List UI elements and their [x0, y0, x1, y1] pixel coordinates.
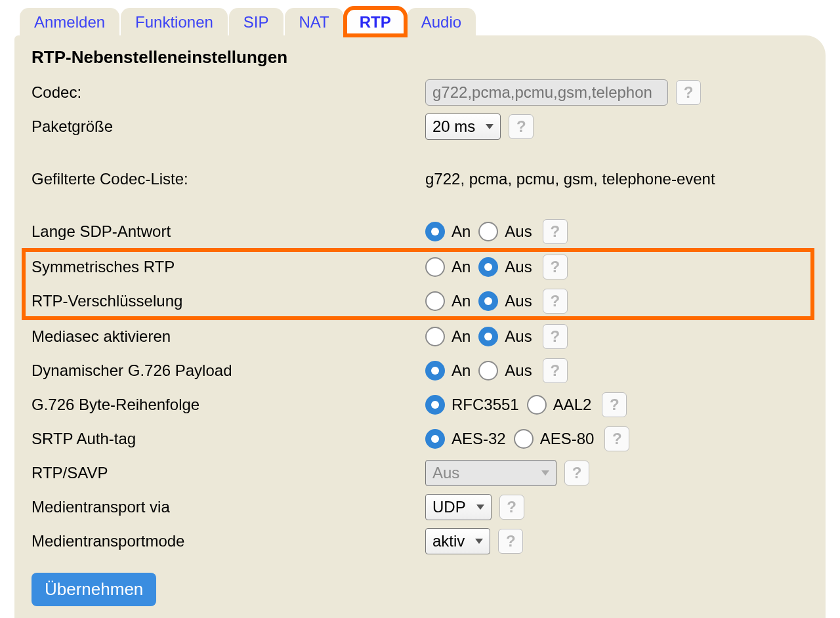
tab-label: Funktionen [135, 13, 213, 31]
radio-dot-icon [425, 222, 445, 241]
radio-label: Aus [505, 292, 532, 310]
row-mediasec: Mediasec aktivieren An Aus ? [32, 319, 808, 354]
row-sym-rtp: Symmetrisches RTP An Aus ? [32, 250, 808, 284]
tab-bar: Anmelden Funktionen SIP NAT RTP Audio [14, 8, 826, 35]
radio-label: Aus [505, 258, 532, 276]
label-codec: Codec: [32, 83, 425, 102]
radio-label: AES-32 [452, 430, 506, 448]
tab-label: SIP [243, 13, 269, 31]
chevron-down-icon [486, 124, 494, 129]
help-icon[interactable]: ? [499, 495, 524, 520]
radio-dot-icon [478, 327, 498, 346]
radio-dot-icon [478, 257, 498, 277]
tab-audio[interactable]: Audio [407, 8, 476, 35]
label-dyn-g726: Dynamischer G.726 Payload [32, 361, 425, 380]
radio-dot-icon [478, 361, 498, 381]
submit-button[interactable]: Übernehmen [32, 573, 156, 606]
tab-funktionen[interactable]: Funktionen [121, 8, 228, 35]
row-filtered-codecs: Gefilterte Codec-Liste: g722, pcma, pcmu… [32, 162, 808, 196]
label-filtered-codecs: Gefilterte Codec-Liste: [32, 170, 425, 188]
radio-label: AES-80 [540, 430, 595, 448]
long-sdp-radio-an[interactable]: An [425, 222, 471, 241]
row-codec: Codec: ? [32, 75, 808, 110]
g726-order-radio-rfc[interactable]: RFC3551 [425, 395, 519, 415]
label-media-transport-mode: Medientransportmode [32, 532, 425, 550]
help-icon[interactable]: ? [602, 392, 627, 417]
mediasec-radio-aus[interactable]: Aus [478, 327, 532, 346]
rtp-savp-select[interactable]: Aus [425, 460, 556, 486]
tab-label: Audio [421, 13, 461, 31]
tab-rtp[interactable]: RTP [345, 8, 406, 35]
radio-dot-icon [425, 257, 445, 277]
long-sdp-radio-aus[interactable]: Aus [478, 222, 532, 241]
row-g726-order: G.726 Byte-Reihenfolge RFC3551 AAL2 ? [32, 388, 808, 422]
codec-input[interactable] [425, 79, 668, 106]
packet-size-select[interactable]: 20 ms [425, 113, 501, 140]
help-icon[interactable]: ? [564, 461, 589, 485]
label-srtp-auth: SRTP Auth-tag [32, 430, 425, 448]
label-media-transport: Medientransport via [32, 498, 425, 516]
label-long-sdp: Lange SDP-Antwort [32, 222, 425, 241]
help-icon[interactable]: ? [543, 358, 568, 383]
radio-label: RFC3551 [452, 396, 519, 414]
dyn-g726-radio-an[interactable]: An [425, 361, 471, 381]
row-rtp-enc: RTP-Verschlüsselung An Aus ? [32, 284, 808, 318]
tab-nat[interactable]: NAT [285, 8, 344, 35]
chevron-down-icon [541, 470, 549, 476]
label-mediasec: Mediasec aktivieren [32, 327, 425, 346]
radio-label: An [452, 292, 471, 310]
radio-label: Aus [505, 361, 532, 380]
row-media-transport: Medientransport via UDP ? [32, 490, 808, 524]
filtered-codecs-value: g722, pcma, pcmu, gsm, telephone-event [425, 170, 715, 188]
radio-dot-icon [425, 361, 445, 381]
g726-order-radio-aal2[interactable]: AAL2 [527, 395, 592, 415]
help-icon[interactable]: ? [543, 289, 568, 314]
sym-rtp-radio-aus[interactable]: Aus [478, 257, 532, 277]
row-dyn-g726: Dynamischer G.726 Payload An Aus ? [32, 354, 808, 388]
radio-dot-icon [478, 291, 498, 311]
label-g726-order: G.726 Byte-Reihenfolge [32, 396, 425, 414]
media-transport-mode-select[interactable]: aktiv [425, 528, 490, 554]
rtp-enc-radio-an[interactable]: An [425, 291, 471, 311]
radio-dot-icon [425, 327, 445, 346]
help-icon[interactable]: ? [543, 324, 568, 349]
help-icon[interactable]: ? [498, 529, 523, 554]
radio-label: An [452, 222, 471, 241]
radio-dot-icon [478, 222, 498, 241]
mediasec-radio-an[interactable]: An [425, 327, 471, 346]
chevron-down-icon [475, 539, 483, 544]
help-icon[interactable]: ? [543, 219, 568, 244]
help-icon[interactable]: ? [604, 426, 629, 451]
label-rtp-savp: RTP/SAVP [32, 464, 425, 482]
srtp-radio-aes80[interactable]: AES-80 [514, 429, 595, 449]
radio-label: An [452, 327, 471, 346]
srtp-radio-aes32[interactable]: AES-32 [425, 429, 506, 449]
radio-dot-icon [425, 291, 445, 311]
row-packet-size: Paketgröße 20 ms ? [32, 110, 808, 144]
radio-dot-icon [514, 429, 534, 449]
media-transport-select[interactable]: UDP [425, 494, 492, 520]
label-sym-rtp: Symmetrisches RTP [32, 258, 425, 276]
chevron-down-icon [476, 505, 484, 510]
tab-sip[interactable]: SIP [229, 8, 284, 35]
sym-rtp-radio-an[interactable]: An [425, 257, 471, 277]
select-value: aktiv [432, 532, 465, 550]
row-srtp-auth: SRTP Auth-tag AES-32 AES-80 ? [32, 422, 808, 456]
section-title: RTP-Nebenstelleneinstellungen [32, 47, 808, 68]
row-rtp-savp: RTP/SAVP Aus ? [32, 456, 808, 490]
rtp-settings-panel: RTP-Nebenstelleneinstellungen Codec: ? P… [14, 35, 826, 618]
radio-dot-icon [425, 429, 445, 449]
tab-anmelden[interactable]: Anmelden [20, 8, 119, 35]
help-icon[interactable]: ? [676, 80, 701, 105]
radio-label: AAL2 [553, 396, 592, 414]
radio-dot-icon [527, 395, 547, 415]
help-icon[interactable]: ? [509, 114, 534, 139]
radio-label: Aus [505, 222, 532, 241]
label-packet-size: Paketgröße [32, 117, 425, 136]
rtp-enc-radio-aus[interactable]: Aus [478, 291, 532, 311]
highlight-box: Symmetrisches RTP An Aus ? RTP-Verschlüs… [24, 250, 812, 318]
dyn-g726-radio-aus[interactable]: Aus [478, 361, 532, 381]
row-media-transport-mode: Medientransportmode aktiv ? [32, 524, 808, 558]
row-long-sdp: Lange SDP-Antwort An Aus ? [32, 215, 808, 249]
help-icon[interactable]: ? [543, 255, 568, 279]
